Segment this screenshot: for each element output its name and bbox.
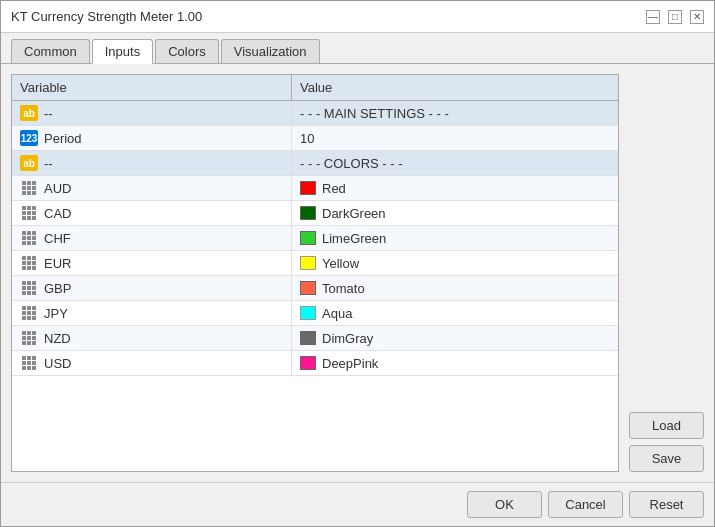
value-label: Tomato <box>322 281 365 296</box>
variable-cell: ab -- <box>12 101 292 125</box>
variable-label: CHF <box>44 231 71 246</box>
value-cell[interactable]: Tomato <box>292 276 618 300</box>
color-swatch <box>300 331 316 345</box>
color-swatch <box>300 181 316 195</box>
table-row: CHF LimeGreen <box>12 226 618 251</box>
save-button[interactable]: Save <box>629 445 704 472</box>
footer: OK Cancel Reset <box>1 482 714 526</box>
color-swatch <box>300 356 316 370</box>
value-label: LimeGreen <box>322 231 386 246</box>
variable-cell: CAD <box>12 201 292 225</box>
value-cell[interactable]: - - - MAIN SETTINGS - - - <box>292 101 618 125</box>
variable-cell: GBP <box>12 276 292 300</box>
value-cell[interactable]: Red <box>292 176 618 200</box>
value-label: 10 <box>300 131 314 146</box>
value-cell[interactable]: DimGray <box>292 326 618 350</box>
value-label: DarkGreen <box>322 206 386 221</box>
variable-label: CAD <box>44 206 71 221</box>
color-swatch <box>300 231 316 245</box>
value-label: Yellow <box>322 256 359 271</box>
content-area: Variable Value ab -- - - - MAIN SETTINGS… <box>1 64 714 482</box>
variable-cell: EUR <box>12 251 292 275</box>
variable-cell: ab -- <box>12 151 292 175</box>
color-swatch <box>300 206 316 220</box>
value-label: Red <box>322 181 346 196</box>
close-button[interactable]: ✕ <box>690 10 704 24</box>
table-header-row: Variable Value <box>12 75 618 101</box>
value-cell[interactable]: DarkGreen <box>292 201 618 225</box>
value-cell[interactable]: - - - COLORS - - - <box>292 151 618 175</box>
value-label: DeepPink <box>322 356 378 371</box>
variable-label: Period <box>44 131 82 146</box>
value-cell[interactable]: LimeGreen <box>292 226 618 250</box>
variable-cell: CHF <box>12 226 292 250</box>
variable-label: AUD <box>44 181 71 196</box>
variable-label: JPY <box>44 306 68 321</box>
maximize-button[interactable]: □ <box>668 10 682 24</box>
side-button-panel: Load Save <box>629 74 704 472</box>
color-swatch <box>300 306 316 320</box>
table-row: AUD Red <box>12 176 618 201</box>
variable-label: -- <box>44 106 53 121</box>
reset-button[interactable]: Reset <box>629 491 704 518</box>
variable-label: -- <box>44 156 53 171</box>
title-controls: — □ ✕ <box>646 10 704 24</box>
variable-cell: NZD <box>12 326 292 350</box>
ab-icon: ab <box>20 155 38 171</box>
tab-bar: Common Inputs Colors Visualization <box>1 33 714 64</box>
settings-table: Variable Value ab -- - - - MAIN SETTINGS… <box>11 74 619 472</box>
load-button[interactable]: Load <box>629 412 704 439</box>
grid-icon <box>20 230 38 246</box>
grid-icon <box>20 305 38 321</box>
table-row: GBP Tomato <box>12 276 618 301</box>
table-row: EUR Yellow <box>12 251 618 276</box>
minimize-button[interactable]: — <box>646 10 660 24</box>
table-row: USD DeepPink <box>12 351 618 376</box>
table-row: CAD DarkGreen <box>12 201 618 226</box>
title-bar: KT Currency Strength Meter 1.00 — □ ✕ <box>1 1 714 33</box>
variable-cell: USD <box>12 351 292 375</box>
value-cell[interactable]: Aqua <box>292 301 618 325</box>
ab-icon: ab <box>20 105 38 121</box>
variable-label: NZD <box>44 331 71 346</box>
variable-cell: 123 Period <box>12 126 292 150</box>
tab-visualization[interactable]: Visualization <box>221 39 320 63</box>
variable-cell: JPY <box>12 301 292 325</box>
value-cell[interactable]: 10 <box>292 126 618 150</box>
grid-icon <box>20 180 38 196</box>
grid-icon <box>20 330 38 346</box>
color-swatch <box>300 256 316 270</box>
variable-label: GBP <box>44 281 71 296</box>
variable-cell: AUD <box>12 176 292 200</box>
variable-label: EUR <box>44 256 71 271</box>
grid-icon <box>20 355 38 371</box>
color-swatch <box>300 281 316 295</box>
grid-icon <box>20 205 38 221</box>
table-row: NZD DimGray <box>12 326 618 351</box>
value-cell[interactable]: Yellow <box>292 251 618 275</box>
tab-inputs[interactable]: Inputs <box>92 39 153 64</box>
value-cell[interactable]: DeepPink <box>292 351 618 375</box>
variable-header: Variable <box>12 75 292 100</box>
tab-common[interactable]: Common <box>11 39 90 63</box>
grid-icon <box>20 255 38 271</box>
ok-button[interactable]: OK <box>467 491 542 518</box>
value-label: - - - COLORS - - - <box>300 156 403 171</box>
table-row: ab -- - - - MAIN SETTINGS - - - <box>12 101 618 126</box>
table-row: JPY Aqua <box>12 301 618 326</box>
value-label: DimGray <box>322 331 373 346</box>
table-row: 123 Period 10 <box>12 126 618 151</box>
variable-label: USD <box>44 356 71 371</box>
tab-colors[interactable]: Colors <box>155 39 219 63</box>
123-icon: 123 <box>20 130 38 146</box>
cancel-button[interactable]: Cancel <box>548 491 623 518</box>
value-label: - - - MAIN SETTINGS - - - <box>300 106 449 121</box>
window-title: KT Currency Strength Meter 1.00 <box>11 9 202 24</box>
value-label: Aqua <box>322 306 352 321</box>
main-window: KT Currency Strength Meter 1.00 — □ ✕ Co… <box>0 0 715 527</box>
grid-icon <box>20 280 38 296</box>
table-row: ab -- - - - COLORS - - - <box>12 151 618 176</box>
value-header: Value <box>292 75 618 100</box>
